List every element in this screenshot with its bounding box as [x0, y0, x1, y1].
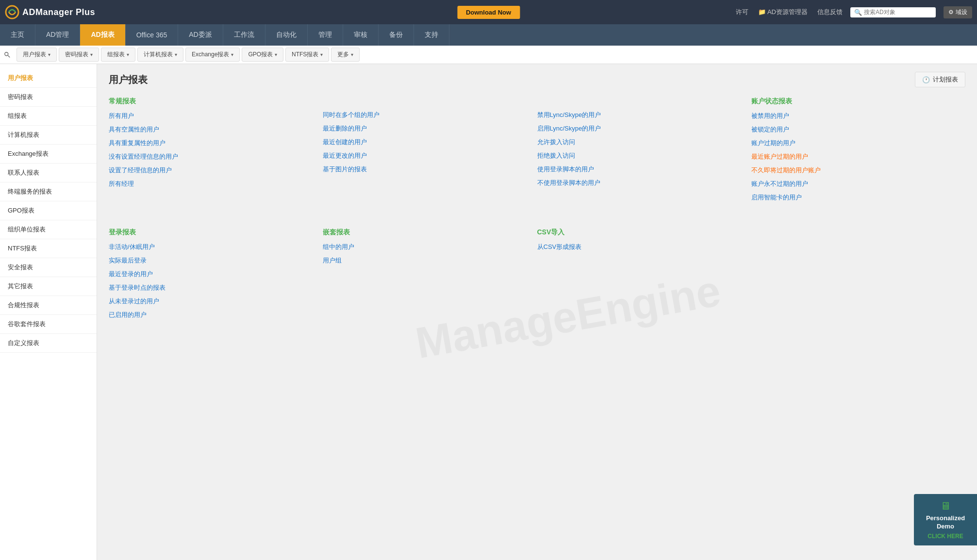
tab-support[interactable]: 支持	[414, 24, 449, 46]
sidebar-item-security-report[interactable]: 安全报表	[0, 258, 97, 277]
sidebar-item-contact-report[interactable]: 联系人报表	[0, 164, 97, 182]
subnav-computer-report[interactable]: 计算机报表 ▾	[137, 48, 183, 62]
svg-line-2	[8, 55, 10, 57]
section-login: 登录报表 非活动/休眠用户 实际最后登录 最近登录的用户 基于登录时点的报表 从…	[109, 228, 323, 336]
link-recently-created[interactable]: 最近创建的用户	[323, 138, 527, 147]
link-inactive-users[interactable]: 非活动/休眠用户	[109, 243, 313, 251]
sidebar-item-gpo-report[interactable]: GPO报表	[0, 201, 97, 220]
link-lync-enabled[interactable]: 启用Lync/Skype的用户	[537, 124, 742, 133]
search-icon: 🔍	[854, 9, 862, 16]
search-input[interactable]	[864, 9, 932, 16]
chevron-down-icon: ▾	[90, 52, 93, 57]
link-recently-deleted[interactable]: 最近删除的用户	[323, 124, 527, 133]
top-right-links: 许可 📁 AD资源管理器 信息反馈	[736, 8, 843, 16]
link-last-logon[interactable]: 实际最后登录	[109, 256, 313, 265]
section-account-status: 账户状态报表 被禁用的用户 被锁定的用户 账户过期的用户 最近账户过期的用户 不…	[751, 97, 965, 218]
subnav-more[interactable]: 更多 ▾	[331, 48, 360, 62]
link-users-in-group[interactable]: 组中的用户	[323, 243, 527, 251]
reports-grid-bottom: 登录报表 非活动/休眠用户 实际最后登录 最近登录的用户 基于登录时点的报表 从…	[109, 228, 965, 336]
chevron-down-icon: ▾	[175, 52, 177, 57]
link-csv-report[interactable]: 从CSV形成报表	[537, 243, 742, 251]
tab-audit[interactable]: 审核	[343, 24, 379, 46]
sidebar-item-other-report[interactable]: 其它报表	[0, 277, 97, 296]
link-multigroup-users[interactable]: 同时在多个组的用户	[323, 111, 527, 119]
content-area: ManageEngine 用户报表 🕐 计划报表 常规报表 所有用户 具有空属性…	[97, 64, 977, 560]
link-recently-modified[interactable]: 最近更改的用户	[323, 151, 527, 160]
chevron-down-icon: ▾	[351, 52, 353, 57]
sidebar-item-ntfs-report[interactable]: NTFS报表	[0, 239, 97, 258]
link-use-login-script[interactable]: 使用登录脚本的用户	[537, 165, 742, 174]
schedule-report-button[interactable]: 🕐 计划报表	[915, 72, 965, 87]
section-regular-title: 常规报表	[109, 97, 313, 106]
sub-nav: 用户报表 ▾ 密码报表 ▾ 组报表 ▾ 计算机报表 ▾ Exchange报表 ▾…	[0, 46, 977, 64]
link-logon-time-report[interactable]: 基于登录时点的报表	[109, 283, 313, 292]
ad-resource-link[interactable]: 📁 AD资源管理器	[758, 8, 808, 16]
link-recently-logon[interactable]: 最近登录的用户	[109, 270, 313, 279]
clock-icon: 🕐	[922, 76, 930, 83]
sidebar-item-ou-report[interactable]: 组织单位报表	[0, 220, 97, 239]
link-no-manager-users[interactable]: 没有设置经理信息的用户	[109, 152, 313, 161]
sidebar-item-user-report[interactable]: 用户报表	[0, 69, 97, 88]
link-disabled-users[interactable]: 被禁用的用户	[751, 112, 956, 120]
demo-icon: 🖥	[921, 500, 970, 512]
top-bar: ADManager Plus Download Now 许可 📁 AD资源管理器…	[0, 0, 977, 24]
link-never-expire[interactable]: 账户永不过期的用户	[751, 180, 956, 188]
link-all-managers[interactable]: 所有经理	[109, 180, 313, 188]
sidebar-item-terminal-report[interactable]: 终端服务的报表	[0, 182, 97, 201]
feedback-link[interactable]: 信息反馈	[817, 8, 843, 16]
link-all-users[interactable]: 所有用户	[109, 112, 313, 120]
tab-manage[interactable]: 管理	[308, 24, 343, 46]
link-lync-disabled[interactable]: 禁用Lync/Skype的用户	[537, 111, 742, 119]
subnav-user-report[interactable]: 用户报表 ▾	[17, 48, 57, 62]
link-smartcard-users[interactable]: 启用智能卡的用户	[751, 193, 956, 202]
link-soon-expire[interactable]: 不久即将过期的用户账户	[751, 166, 956, 175]
subnav-password-report[interactable]: 密码报表 ▾	[59, 48, 99, 62]
tab-backup[interactable]: 备份	[379, 24, 414, 46]
chevron-down-icon: ▾	[127, 52, 129, 57]
sidebar-item-custom-report[interactable]: 自定义报表	[0, 334, 97, 353]
domain-button[interactable]: ⚙ 域设	[944, 6, 972, 18]
sidebar-item-group-report[interactable]: 组报表	[0, 107, 97, 126]
link-has-manager-users[interactable]: 设置了经理信息的用户	[109, 166, 313, 175]
sidebar-item-google-report[interactable]: 谷歌套件报表	[0, 315, 97, 334]
link-recently-expired[interactable]: 最近账户过期的用户	[751, 152, 956, 161]
link-user-groups[interactable]: 用户组	[323, 256, 527, 265]
demo-widget[interactable]: 🖥 PersonalizedDemo CLICK HERE	[914, 494, 977, 545]
link-photo-report[interactable]: 基于图片的报表	[323, 165, 527, 174]
link-no-login-script[interactable]: 不使用登录脚本的用户	[537, 179, 742, 187]
tab-ad-report[interactable]: AD报表	[80, 24, 125, 46]
section-csv-title: CSV导入	[537, 228, 742, 237]
download-button[interactable]: Download Now	[457, 6, 520, 19]
sidebar-item-exchange-report[interactable]: Exchange报表	[0, 145, 97, 164]
link-never-logon[interactable]: 从未登录过的用户	[109, 297, 313, 306]
section-csv: CSV导入 从CSV形成报表	[537, 228, 751, 336]
link-dialin-deny[interactable]: 拒绝拨入访问	[537, 151, 742, 160]
page-title: 用户报表	[109, 73, 148, 86]
demo-click-here[interactable]: CLICK HERE	[921, 533, 970, 540]
tab-workflow[interactable]: 工作流	[223, 24, 265, 46]
link-enabled-users[interactable]: 已启用的用户	[109, 311, 313, 319]
tab-ad-manage[interactable]: AD管理	[35, 24, 80, 46]
link-dialin-allow[interactable]: 允许拨入访问	[537, 138, 742, 147]
link-expired-accounts[interactable]: 账户过期的用户	[751, 139, 956, 148]
sidebar-item-password-report[interactable]: 密码报表	[0, 88, 97, 107]
chevron-down-icon: ▾	[320, 52, 323, 57]
subnav-ntfs-report[interactable]: NTFS报表 ▾	[285, 48, 329, 62]
tab-automation[interactable]: 自动化	[265, 24, 308, 46]
subnav-group-report[interactable]: 组报表 ▾	[101, 48, 135, 62]
link-locked-users[interactable]: 被锁定的用户	[751, 125, 956, 134]
search-icon	[4, 51, 11, 58]
subnav-gpo-report[interactable]: GPO报表 ▾	[242, 48, 283, 62]
sub-nav-search[interactable]	[4, 51, 11, 58]
tab-home[interactable]: 主页	[0, 24, 35, 46]
link-dup-attr-users[interactable]: 具有重复属性的用户	[109, 139, 313, 148]
license-link[interactable]: 许可	[736, 8, 748, 16]
sidebar-item-compliance-report[interactable]: 合规性报表	[0, 296, 97, 315]
logo-icon	[5, 5, 19, 19]
subnav-exchange-report[interactable]: Exchange报表 ▾	[185, 48, 240, 62]
tab-ad-delegate[interactable]: AD委派	[178, 24, 223, 46]
tab-office365[interactable]: Office 365	[126, 24, 179, 46]
link-empty-attr-users[interactable]: 具有空属性的用户	[109, 125, 313, 134]
section-empty	[751, 228, 965, 336]
sidebar-item-computer-report[interactable]: 计算机报表	[0, 126, 97, 145]
